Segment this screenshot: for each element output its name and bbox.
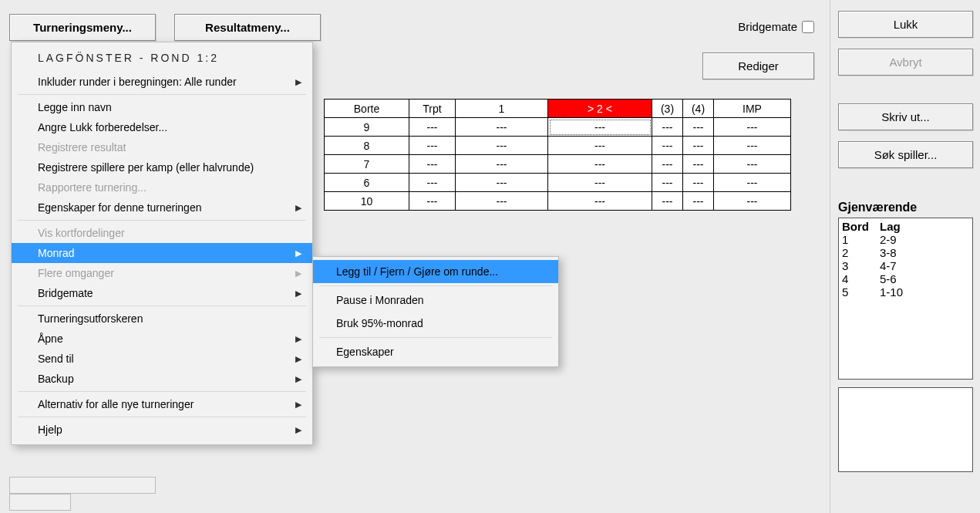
bridgemate-toggle[interactable]: Bridgemate xyxy=(738,20,814,33)
col-trpt[interactable]: Trpt xyxy=(409,100,456,118)
menu-item[interactable]: Legge inn navn xyxy=(12,97,312,117)
col-2-active[interactable]: > 2 < xyxy=(548,100,652,118)
remaining-list[interactable]: Bord Lag 12-9 23-8 34-7 45-6 51-10 xyxy=(838,218,973,380)
menu-item[interactable]: Hjelp▶ xyxy=(12,420,312,440)
menu-item: Flere omganger▶ xyxy=(12,263,312,283)
chevron-right-icon: ▶ xyxy=(295,374,301,384)
bottom-box-2 xyxy=(9,494,71,511)
close-button[interactable]: Lukk xyxy=(838,11,973,38)
menu-item[interactable]: Egenskaper for denne turneringen▶ xyxy=(12,197,312,218)
remaining-title: Gjenværende xyxy=(838,201,972,214)
table-row[interactable]: 8------------------ xyxy=(325,137,791,155)
menu-item[interactable]: Backup▶ xyxy=(12,369,312,389)
submenu-item[interactable]: Bruk 95%-monrad xyxy=(313,312,558,335)
table-row[interactable]: 6------------------ xyxy=(325,174,791,192)
bottom-box-1 xyxy=(9,477,156,494)
remaining-header-bord: Bord xyxy=(842,220,880,233)
col-borte[interactable]: Borte xyxy=(325,100,409,118)
chevron-right-icon: ▶ xyxy=(295,425,301,435)
menu-item[interactable]: Monrad▶ xyxy=(12,243,312,263)
col-1[interactable]: 1 xyxy=(456,100,548,118)
list-item[interactable]: 45-6 xyxy=(842,272,914,285)
chevron-right-icon: ▶ xyxy=(295,400,301,410)
menu-item[interactable]: Åpne▶ xyxy=(12,329,312,349)
results-table[interactable]: Borte Trpt 1 > 2 < (3) (4) IMP 9 --- ---… xyxy=(324,99,791,211)
bridgemate-checkbox[interactable] xyxy=(802,21,814,33)
tournament-menu-dropdown[interactable]: LAGFÖNSTER - ROND 1:2 Inkluder runder i … xyxy=(11,42,313,445)
edit-button[interactable]: Rediger xyxy=(702,52,814,79)
submenu-item[interactable]: Egenskaper xyxy=(313,340,558,363)
list-item[interactable]: 51-10 xyxy=(842,285,914,299)
table-row[interactable]: 9 --- --- --- --- --- --- xyxy=(325,118,791,137)
table-row[interactable]: 7------------------ xyxy=(325,155,791,174)
col-4[interactable]: (4) xyxy=(683,100,714,118)
col-3[interactable]: (3) xyxy=(652,100,683,118)
cancel-button: Avbryt xyxy=(838,49,973,76)
menu-item[interactable]: Bridgemate▶ xyxy=(12,283,312,303)
print-button[interactable]: Skriv ut... xyxy=(838,103,973,130)
menu-title: LAGFÖNSTER - ROND 1:2 xyxy=(12,46,312,72)
right-panel: Lukk Avbryt Skriv ut... Søk spiller... G… xyxy=(830,0,980,513)
result-menu-button[interactable]: Resultatmeny... xyxy=(174,14,321,41)
tournament-menu-button[interactable]: Turneringsmeny... xyxy=(9,14,156,41)
menu-item[interactable]: Registrere spillere per kamp (eller halv… xyxy=(12,157,312,177)
submenu-item[interactable]: Legg til / Fjern / Gjøre om runde... xyxy=(313,260,558,283)
menu-item[interactable]: Inkluder runder i beregningen: Alle rund… xyxy=(12,72,312,92)
chevron-right-icon: ▶ xyxy=(295,203,301,213)
menu-item[interactable]: Turneringsutforskeren xyxy=(12,309,312,329)
search-player-button[interactable]: Søk spiller... xyxy=(838,141,973,168)
chevron-right-icon: ▶ xyxy=(295,334,301,344)
menu-item: Vis kortfordelinger xyxy=(12,223,312,243)
selected-cell[interactable]: --- xyxy=(548,118,652,137)
table-row[interactable]: 10------------------ xyxy=(325,192,791,211)
chevron-right-icon: ▶ xyxy=(295,268,301,278)
menu-item: Rapportere turnering... xyxy=(12,177,312,197)
chevron-right-icon: ▶ xyxy=(295,77,301,87)
menu-item[interactable]: Alternativ for alle nye turneringer▶ xyxy=(12,394,312,414)
menu-item[interactable]: Angre Lukk forberedelser... xyxy=(12,117,312,137)
chevron-right-icon: ▶ xyxy=(295,248,301,258)
list-item[interactable]: 23-8 xyxy=(842,246,914,259)
list-item[interactable]: 34-7 xyxy=(842,259,914,272)
remaining-header-lag: Lag xyxy=(880,220,914,233)
menu-item: Registrere resultat xyxy=(12,137,312,157)
submenu-item[interactable]: Pause i Monraden xyxy=(313,289,558,312)
monrad-submenu[interactable]: Legg til / Fjern / Gjøre om runde...Paus… xyxy=(312,256,559,367)
secondary-list[interactable] xyxy=(838,387,973,472)
col-imp[interactable]: IMP xyxy=(714,100,791,118)
chevron-right-icon: ▶ xyxy=(295,289,301,299)
menu-item[interactable]: Send til▶ xyxy=(12,349,312,369)
bottom-toolbar xyxy=(9,477,256,500)
chevron-right-icon: ▶ xyxy=(295,354,301,364)
list-item[interactable]: 12-9 xyxy=(842,233,914,246)
bridgemate-label: Bridgemate xyxy=(738,20,797,33)
